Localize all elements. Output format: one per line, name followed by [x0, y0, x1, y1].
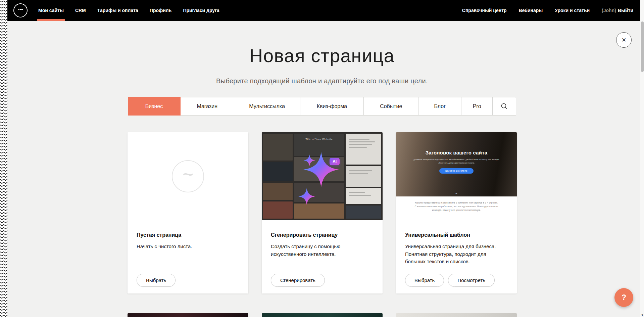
nav-tariffs[interactable]: Тарифы и оплата: [97, 0, 138, 21]
generate-page-button[interactable]: Сгенерировать: [271, 274, 325, 287]
card-title: Пустая страница: [137, 232, 239, 238]
close-button[interactable]: ✕: [616, 32, 632, 48]
tab-pro[interactable]: Pro: [461, 97, 493, 115]
top-navbar: ~ Мои сайты CRM Тарифы и оплата Профиль …: [0, 0, 640, 21]
chevron-down-icon: ⌄: [396, 190, 517, 195]
ai-badge: AI: [330, 158, 340, 165]
tab-shop[interactable]: Магазин: [181, 97, 234, 115]
template-body-text: Коротко представьтесь и расскажите о ком…: [414, 201, 499, 212]
search-icon: [501, 103, 508, 110]
nav-lessons-articles[interactable]: Уроки и статьи: [555, 8, 590, 13]
nav-crm[interactable]: CRM: [75, 0, 86, 21]
template-hero-subtitle: Добавьте интересные подробности о вашей …: [411, 158, 502, 165]
nav-help-center[interactable]: Справочный центр: [462, 8, 507, 13]
card-description: Универсальная страница для бизнеса. Поня…: [405, 243, 506, 266]
choose-blank-button[interactable]: Выбрать: [137, 274, 176, 287]
ai-generate-preview: Title of Your Website: [262, 132, 383, 220]
navbar-left-menu: Мои сайты CRM Тарифы и оплата Профиль Пр…: [38, 0, 219, 21]
card-title: Сгенерировать страницу: [271, 232, 374, 238]
template-cards-next-row: [128, 313, 517, 317]
template-cards-grid: ~ Пустая страница Начать с чистого листа…: [128, 132, 517, 293]
choose-universal-button[interactable]: Выбрать: [405, 274, 444, 287]
universal-template-preview: Заголовок вашего сайта Добавьте интересн…: [396, 132, 517, 224]
tilda-logo-glyph: ~: [17, 4, 23, 14]
nav-logout[interactable]: (John)Выйти: [602, 8, 633, 13]
tab-blog[interactable]: Блог: [418, 97, 461, 115]
ai-sparkle-icon: [286, 142, 356, 210]
scrollbar-thumb[interactable]: [641, 21, 644, 72]
blank-page-preview: ~: [128, 132, 248, 220]
page-scrollbar[interactable]: ▼: [640, 0, 644, 317]
tab-business[interactable]: Бизнес: [128, 97, 181, 116]
tilda-logo[interactable]: ~: [13, 3, 28, 17]
nav-my-sites[interactable]: Мои сайты: [38, 0, 64, 21]
template-card-ai-generate: Title of Your Website: [262, 132, 383, 293]
preview-site-title: Title of Your Website: [294, 138, 344, 141]
nav-invite-friend[interactable]: Пригласи друга: [183, 0, 219, 21]
tilda-watermark-glyph: ~: [183, 163, 194, 185]
tab-multilink[interactable]: Мультиссылка: [234, 97, 300, 115]
user-name: (John): [602, 8, 616, 13]
page-subtitle: Выберите подходящий шаблон и адаптируйте…: [0, 77, 644, 85]
card-title: Универсальный шаблон: [405, 232, 508, 238]
close-icon: ✕: [622, 37, 626, 44]
template-card-universal: Заголовок вашего сайта Добавьте интересн…: [396, 132, 517, 293]
template-card-blank-page: ~ Пустая страница Начать с чистого листа…: [128, 132, 248, 293]
page-title: Новая страница: [0, 45, 644, 66]
navbar-right-menu: Справочный центр Вебинары Уроки и статьи…: [462, 8, 633, 13]
preview-universal-button[interactable]: Посмотреть: [448, 274, 495, 287]
tab-search[interactable]: [493, 97, 516, 115]
nav-profile[interactable]: Профиль: [150, 0, 172, 21]
tab-event[interactable]: Событие: [364, 97, 418, 115]
nav-webinars[interactable]: Вебинары: [519, 8, 543, 13]
card-description: Создать страницу с помощью искусственног…: [271, 243, 371, 258]
template-hero-cta-button: ЦЕЛЕВОЕ ДЕЙСТВИЕ: [439, 168, 474, 174]
tab-quiz-form[interactable]: Квиз-форма: [300, 97, 364, 115]
tilda-watermark-icon: ~: [172, 160, 204, 192]
template-card-partial: [262, 313, 383, 317]
template-card-partial: [128, 313, 248, 317]
template-body-section: Коротко представьтесь и расскажите о ком…: [396, 196, 517, 224]
zigzag-edge-decoration: [0, 0, 7, 317]
template-hero-section: Заголовок вашего сайта Добавьте интересн…: [396, 132, 517, 196]
template-card-partial: [396, 313, 517, 317]
scroll-down-arrow-icon[interactable]: ▼: [640, 314, 644, 317]
card-description: Начать с чистого листа.: [137, 243, 237, 251]
template-hero-title: Заголовок вашего сайта: [396, 132, 517, 155]
template-category-tabs: Бизнес Магазин Мультиссылка Квиз-форма С…: [128, 97, 516, 116]
help-button[interactable]: ?: [614, 288, 633, 307]
logout-label: Выйти: [618, 8, 633, 13]
